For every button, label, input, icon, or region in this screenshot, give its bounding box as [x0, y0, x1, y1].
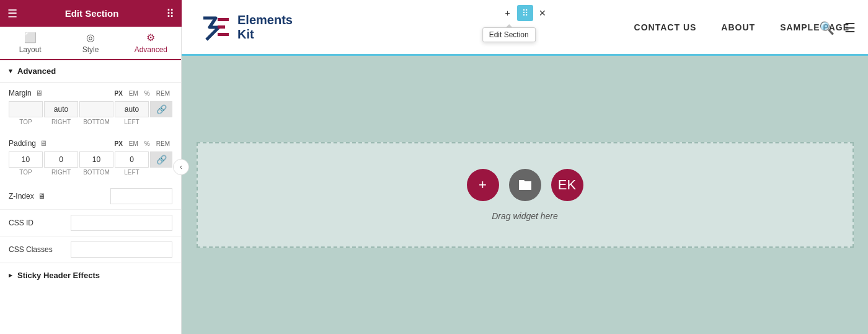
padding-bottom-input[interactable] — [79, 151, 113, 168]
logo-icon — [200, 12, 231, 43]
ek-label: EK — [558, 177, 576, 193]
advanced-section-header[interactable]: ▾ Advanced — [0, 60, 181, 83]
logo-line2: Kit — [237, 27, 293, 42]
css-id-input[interactable] — [71, 215, 172, 230]
margin-bottom-input[interactable] — [79, 101, 113, 117]
margin-link-button[interactable]: 🔗 — [150, 101, 172, 117]
drag-widget-text: Drag widget here — [492, 211, 558, 221]
zindex-label: Z-Index 🖥 — [9, 192, 104, 201]
margin-left-label: LEFT — [115, 119, 149, 125]
padding-right-input[interactable] — [44, 151, 78, 168]
svg-rect-3 — [218, 33, 229, 36]
tab-bar: ⬜ Layout ◎ Style ⚙ Advanced — [0, 27, 181, 60]
collapse-panel-button[interactable]: ‹ — [173, 159, 189, 175]
tab-style-label: Style — [82, 45, 99, 54]
layout-icon: ⬜ — [24, 32, 37, 43]
tab-style[interactable]: ◎ Style — [60, 27, 120, 60]
padding-monitor-icon: 🖥 — [40, 139, 47, 148]
padding-unit-em[interactable]: EM — [126, 140, 141, 148]
monitor-icon: 🖥 — [35, 89, 43, 97]
menu-icon[interactable]: ☰ — [844, 20, 856, 35]
padding-bottom-label: BOTTOM — [79, 169, 113, 176]
padding-unit-px[interactable]: PX — [112, 140, 125, 148]
padding-label: Padding — [9, 139, 36, 148]
padding-left-label: LEFT — [115, 169, 149, 176]
right-content: Elements Kit + ⠿ ✕ Edit Section CONTACT … — [182, 0, 868, 334]
section-settings-button[interactable]: ⠿ — [517, 5, 533, 21]
margin-unit-rem[interactable]: REM — [154, 89, 172, 97]
css-id-row: CSS ID ☰ — [0, 209, 181, 236]
padding-link-button[interactable]: 🔗 — [150, 151, 172, 168]
css-classes-label: CSS Classes — [9, 245, 64, 254]
logo-text: Elements Kit — [237, 13, 293, 42]
sticky-section-header[interactable]: ▸ Sticky Header Effects — [0, 263, 181, 287]
widget-actions: + EK — [467, 169, 583, 201]
navbar: Elements Kit + ⠿ ✕ Edit Section CONTACT … — [182, 0, 868, 56]
floating-toolbar: + ⠿ ✕ Edit Section — [500, 5, 551, 21]
right-icons: 🔍 ☰ — [819, 0, 868, 56]
widget-drop-zone[interactable]: + EK Drag widget here — [197, 142, 854, 248]
css-classes-input-wrap: ☰ — [71, 241, 172, 258]
edit-section-tooltip: Edit Section — [482, 27, 536, 42]
margin-bottom-label: BOTTOM — [79, 119, 113, 125]
padding-top-input[interactable] — [9, 151, 43, 168]
margin-input-labels: TOP RIGHT BOTTOM LEFT — [9, 119, 172, 125]
margin-unit-px[interactable]: PX — [112, 89, 125, 97]
padding-link-label — [150, 169, 172, 176]
grid-icon[interactable]: ⠿ — [166, 7, 174, 20]
tab-layout[interactable]: ⬜ Layout — [0, 27, 60, 60]
margin-label-row: Margin 🖥 PX EM % REM — [9, 89, 172, 97]
margin-top-label: TOP — [9, 119, 43, 125]
advanced-icon: ⚙ — [146, 32, 155, 43]
margin-unit-em[interactable]: EM — [126, 89, 141, 97]
padding-unit-rem[interactable]: REM — [154, 140, 172, 148]
search-icon[interactable]: 🔍 — [819, 20, 835, 35]
css-id-input-wrap: ☰ — [71, 215, 172, 231]
nav-about[interactable]: ABOUT — [721, 22, 755, 32]
margin-inputs: 🔗 — [9, 101, 172, 117]
panel-title: Edit Section — [65, 8, 119, 19]
svg-rect-2 — [218, 25, 225, 29]
zindex-text: Z-Index — [9, 192, 34, 201]
sticky-chevron-icon: ▸ — [9, 271, 12, 279]
css-classes-input[interactable] — [71, 242, 172, 257]
css-id-label: CSS ID — [9, 219, 64, 227]
padding-unit-pct[interactable]: % — [142, 140, 153, 148]
tab-layout-label: Layout — [19, 45, 42, 54]
logo-line1: Elements — [237, 13, 293, 27]
add-section-button[interactable]: + — [500, 5, 516, 21]
logo-area: Elements Kit — [200, 12, 293, 43]
padding-field: Padding 🖥 PX EM % REM 🔗 — [0, 133, 181, 183]
margin-right-input[interactable] — [44, 101, 78, 117]
margin-unit-pct[interactable]: % — [142, 89, 153, 97]
margin-field: Margin 🖥 PX EM % REM 🔗 — [0, 83, 181, 133]
close-section-button[interactable]: ✕ — [534, 5, 551, 21]
sticky-section-title: Sticky Header Effects — [17, 271, 100, 280]
padding-left-input[interactable] — [115, 151, 149, 168]
margin-link-label — [150, 119, 172, 125]
add-widget-button[interactable]: + — [467, 169, 499, 201]
zindex-input[interactable] — [110, 188, 172, 204]
tab-advanced[interactable]: ⚙ Advanced — [121, 27, 181, 60]
zindex-row: Z-Index 🖥 — [0, 183, 181, 209]
ek-widget-button[interactable]: EK — [551, 169, 583, 201]
margin-right-label: RIGHT — [44, 119, 78, 125]
zindex-monitor-icon: 🖥 — [38, 192, 45, 201]
nav-items: CONTACT US ABOUT SAMPLE PAGE — [634, 22, 849, 32]
margin-label: Margin — [9, 89, 32, 97]
folder-widget-button[interactable] — [509, 169, 541, 201]
padding-right-label: RIGHT — [44, 169, 78, 176]
nav-contact-us[interactable]: CONTACT US — [634, 22, 697, 32]
margin-top-input[interactable] — [9, 101, 43, 117]
padding-input-labels: TOP RIGHT BOTTOM LEFT — [9, 169, 172, 176]
edit-section-tooltip-text: Edit Section — [489, 30, 529, 39]
panel-content: ▾ Advanced Margin 🖥 PX EM % REM — [0, 60, 181, 334]
tab-advanced-label: Advanced — [135, 45, 167, 54]
chevron-down-icon: ▾ — [9, 67, 12, 75]
left-panel: ☰ Edit Section ⠿ ⬜ Layout ◎ Style ⚙ Adva… — [0, 0, 182, 334]
svg-rect-1 — [218, 18, 229, 21]
hamburger-icon[interactable]: ☰ — [7, 7, 17, 20]
css-classes-row: CSS Classes ☰ — [0, 236, 181, 263]
margin-left-input[interactable] — [115, 101, 149, 117]
padding-unit-selector: PX EM % REM — [112, 140, 172, 148]
